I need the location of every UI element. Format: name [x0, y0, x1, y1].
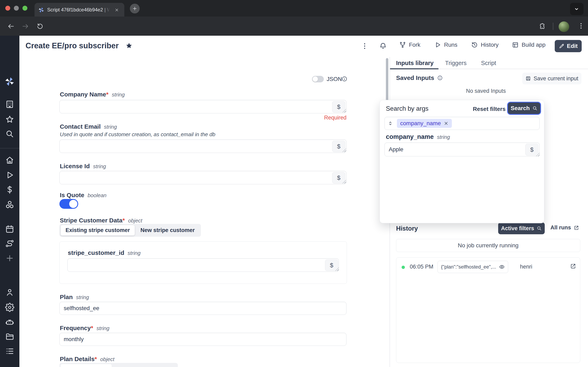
json-toggle[interactable] [312, 76, 324, 82]
plan-input[interactable] [60, 302, 346, 315]
contact-email-input[interactable] [60, 140, 346, 153]
settings-gear-icon[interactable] [5, 303, 14, 312]
edit-label: Edit [567, 43, 578, 49]
extensions-icon[interactable] [539, 23, 546, 30]
toolbar-divider [553, 23, 553, 30]
forward-icon[interactable] [22, 23, 29, 30]
tab-triggers[interactable]: Triggers [445, 60, 467, 67]
browser-menu-icon[interactable] [577, 22, 585, 30]
tab-script[interactable]: Script [481, 60, 496, 67]
tab-new-stripe-customer[interactable]: New stripe customer [136, 225, 200, 235]
active-tab-underline [390, 68, 439, 69]
no-job-box: No job currently running [396, 239, 580, 252]
info-icon[interactable] [437, 75, 443, 81]
company-name-insert-variable-button[interactable]: $ [332, 101, 345, 113]
browser-toolbar: app.windmill.dev/scripts/get/476f1bdce46… [0, 17, 588, 36]
workspace-building-icon[interactable] [5, 100, 14, 109]
popup-field-label: company_namestring [386, 133, 450, 141]
workers-robot-icon[interactable] [5, 318, 14, 327]
home-icon[interactable] [5, 156, 14, 165]
variables-dollar-icon[interactable] [5, 185, 14, 194]
profile-avatar[interactable] [559, 21, 569, 32]
search-button[interactable]: Search [508, 103, 540, 114]
popup-title: Search by args [386, 105, 429, 112]
notifications-bell-icon[interactable] [379, 42, 387, 50]
run-success-dot [402, 266, 405, 269]
reset-filters-button[interactable]: Reset filters [473, 106, 506, 112]
favorite-star-icon[interactable] [125, 42, 133, 50]
is-quote-toggle[interactable] [60, 199, 78, 209]
favorites-star-icon[interactable] [5, 115, 14, 124]
runs-label: Runs [444, 42, 457, 48]
tab-close-icon[interactable] [114, 8, 119, 12]
runs-play-icon[interactable] [5, 170, 14, 180]
users-person-icon[interactable] [5, 288, 14, 297]
all-runs-link[interactable]: All runs [550, 225, 579, 231]
tab-existing-stripe-customer[interactable]: Existing stripe customer [61, 225, 135, 235]
run-args-chip[interactable]: {"plan":"selfhosted_ee",... [438, 261, 508, 273]
window-minimize-button[interactable] [14, 6, 19, 11]
field-label-frequency: Frequency*string [60, 325, 109, 332]
field-label-is-quote: Is Quoteboolean [60, 192, 107, 199]
company-name-input[interactable] [60, 100, 346, 113]
browser-tab-strip: Script 476f1bdce46b94e2 | W [0, 0, 588, 17]
reload-icon[interactable] [36, 23, 44, 30]
tab-search-button[interactable] [570, 3, 584, 15]
folders-icon[interactable] [5, 332, 14, 341]
filter-chip-company-name[interactable]: company_name [397, 119, 452, 128]
save-icon [525, 76, 531, 81]
chevrons-up-down-icon [388, 120, 393, 126]
license-id-input[interactable] [60, 171, 346, 184]
window-close-button[interactable] [5, 6, 10, 11]
add-plus-icon[interactable] [5, 254, 14, 263]
filter-insert-variable-button[interactable]: $ [525, 144, 538, 156]
saved-inputs-title: Saved Inputs [396, 75, 443, 81]
runs-button[interactable]: Runs [434, 42, 457, 48]
browser-tab[interactable]: Script 476f1bdce46b94e2 | W [35, 3, 124, 17]
stripe-customer-id-insert-variable-button[interactable]: $ [325, 259, 338, 271]
remove-chip-icon[interactable] [444, 121, 449, 126]
edit-button[interactable]: Edit [555, 40, 582, 52]
windmill-favicon [38, 7, 44, 13]
window-zoom-button[interactable] [22, 6, 27, 11]
more-menu-icon[interactable] [361, 42, 369, 50]
page-title: Create EE/pro subscriber [26, 42, 119, 50]
tab-inputs-library[interactable]: Inputs library [396, 60, 434, 67]
license-id-insert-variable-button[interactable]: $ [332, 172, 345, 184]
sidebar-divider [0, 148, 19, 149]
windmill-logo[interactable] [4, 76, 15, 87]
eye-icon[interactable] [499, 264, 505, 270]
back-icon[interactable] [7, 23, 15, 30]
schedules-calendar-icon[interactable] [5, 225, 14, 234]
stripe-customer-id-input[interactable] [67, 258, 339, 272]
page-header: Create EE/pro subscriber Fork Runs Histo… [19, 36, 588, 57]
fork-button[interactable]: Fork [399, 42, 420, 48]
save-current-input-button[interactable]: Save current input [522, 73, 581, 84]
stripe-customer-card: stripe_customer_idstring $ [60, 242, 347, 284]
company-name-filter-input[interactable] [384, 142, 540, 156]
field-label-license-id: License Idstring [60, 163, 106, 170]
history-button[interactable]: History [471, 42, 499, 48]
app-sidebar [0, 36, 19, 367]
run-time: 06:05 PM [410, 264, 433, 270]
search-icon[interactable] [5, 129, 14, 138]
pencil-icon [559, 43, 564, 49]
plan-details-tabs[interactable] [60, 363, 178, 367]
args-filter-select[interactable]: company_name [384, 117, 540, 130]
contact-email-insert-variable-button[interactable]: $ [332, 141, 345, 152]
plus-icon [132, 6, 138, 11]
flows-route-icon[interactable] [5, 239, 14, 248]
fork-icon [399, 42, 406, 48]
resources-cubes-icon[interactable] [5, 200, 14, 209]
new-tab-button[interactable] [130, 4, 140, 13]
run-args-preview: {"plan":"selfhosted_ee",... [441, 264, 496, 270]
audit-logs-list-icon[interactable] [5, 347, 14, 356]
json-info-icon[interactable] [341, 76, 347, 82]
search-by-args-popup: Search by args Reset filters Search comp… [380, 100, 544, 223]
frequency-input[interactable] [60, 333, 346, 346]
layout-icon [512, 42, 519, 48]
active-filters-button[interactable]: Active filters [498, 222, 545, 234]
history-title: History [396, 225, 418, 232]
build-app-button[interactable]: Build app [512, 42, 545, 48]
open-run-external-icon[interactable] [570, 263, 576, 269]
